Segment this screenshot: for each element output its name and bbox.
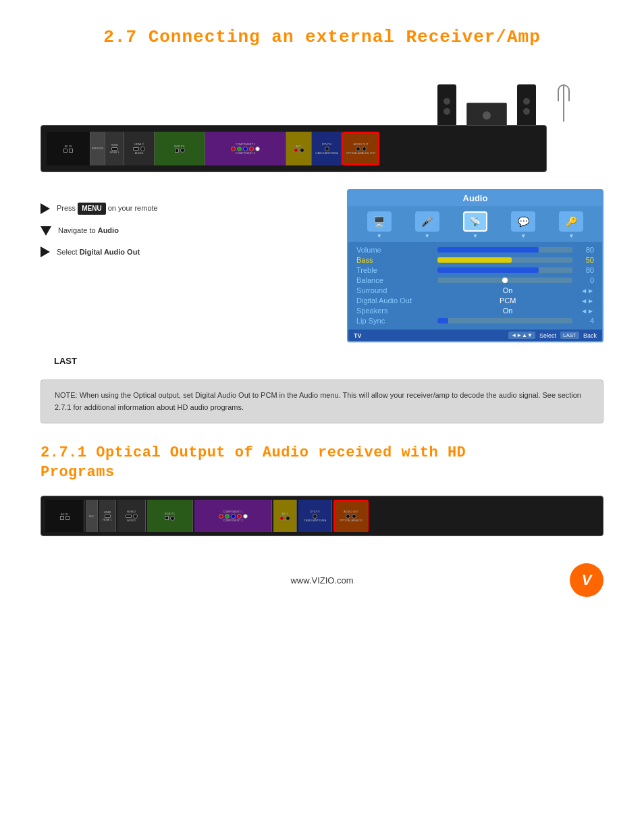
osd-icon-satellite-circle: 📡	[463, 211, 487, 232]
osd-bar-treble-fill	[437, 267, 539, 273]
osd-icon-tv: 🖥️ ▼	[367, 211, 392, 239]
osd-icon-mic-circle: 🎤	[415, 211, 439, 232]
osd-label-digital-audio: Digital Audio Out	[356, 296, 437, 305]
osd-icon-mic: 🎤 ▼	[415, 211, 439, 239]
arrow-right-icon-2	[41, 246, 50, 257]
step-1-text: Press MENU on your remote	[57, 203, 158, 215]
panel2-ac-in: AC IN	[45, 500, 84, 532]
osd-bar-bass-fill	[437, 257, 512, 263]
panel-hdmi1: HDMI HDMI 1	[105, 132, 124, 165]
osd-value-lip-sync: 4	[575, 317, 594, 325]
panel-hdmi2: HDMI 2 AUDIO	[124, 132, 155, 165]
osd-content: Volume 80 Bass 50 Treble	[348, 242, 602, 330]
osd-row-balance: Balance 0	[356, 276, 594, 284]
arrow-right-icon	[41, 203, 50, 214]
osd-icon-cc: 💬 ▼	[511, 211, 535, 239]
osd-icon-cc-arrow: ▼	[520, 233, 526, 239]
osd-label-surround: Surround	[356, 286, 437, 294]
osd-bar-bass	[437, 257, 572, 263]
subsection-title: 2.7.1 Optical Output of Audio received w…	[41, 444, 603, 482]
panel-component: COMPONENT 1 COMPONENT 2	[205, 132, 286, 165]
panel2-dtv: DTV/TV CABLE/ANTENNA	[298, 500, 332, 532]
osd-icon-mic-arrow: ▼	[425, 233, 430, 239]
osd-row-surround: Surround On ◄►	[356, 286, 594, 294]
panel-dtv-tv: DTV/TV CABLE/ANTENNA	[312, 132, 342, 165]
osd-value-bass: 50	[575, 256, 594, 264]
osd-footer-tv: TV	[354, 332, 362, 339]
osd-icons-row: 🖥️ ▼ 🎤 ▼ 📡 ▼ 💬 ▼ 🔑 ▼	[348, 206, 602, 242]
footer-url: www.VIZIO.com	[74, 575, 570, 585]
step-3: Select Digital Audio Out	[41, 246, 333, 257]
osd-footer: TV ◄►▲▼ Select LAST Back	[348, 330, 602, 341]
step-1: Press MENU on your remote	[41, 203, 333, 215]
subsection-title-text: 2.7.1 Optical Output of Audio received w…	[41, 444, 466, 481]
cable-icon	[563, 84, 564, 122]
arrow-down-icon	[41, 226, 51, 236]
osd-row-bass: Bass 50	[356, 256, 594, 264]
osd-row-lip-sync: Lip Sync 4	[356, 317, 594, 325]
osd-value-surround: On	[437, 286, 578, 294]
panel2-component: COMPONENT 1 COMPONENT 2	[194, 500, 272, 532]
amp-knob	[483, 111, 491, 120]
panel2-hdmi2: HDMI 2 AUDIO	[117, 500, 146, 532]
speaker-right	[517, 84, 536, 128]
osd-row-treble: Treble 80	[356, 266, 594, 274]
step-2: Navigate to Audio	[41, 226, 333, 236]
speaker-dot	[523, 98, 530, 105]
osd-label-treble: Treble	[356, 266, 437, 274]
osd-footer-controls: ◄►▲▼ Select LAST Back	[508, 332, 597, 339]
osd-select-label: Select	[539, 332, 556, 339]
panel2-hdmi1: HDMI HDMI 1	[99, 500, 116, 532]
osd-icon-cc-circle: 💬	[511, 211, 535, 232]
section-title: 2.7 Connecting an external Receiver/Amp	[41, 27, 603, 47]
osd-key-last: LAST	[560, 332, 579, 339]
osd-value-digital-audio: PCM	[437, 296, 578, 305]
panel2-service: SVC	[86, 500, 98, 532]
osd-icon-sat-arrow: ▼	[473, 233, 478, 239]
osd-row-volume: Volume 80	[356, 246, 594, 254]
speaker-left	[437, 84, 456, 128]
osd-title: Audio	[348, 190, 602, 206]
step-3-text: Select Digital Audio Out	[57, 247, 140, 257]
panel-sep1: SERVICE	[90, 132, 105, 165]
speaker-dot	[523, 108, 530, 115]
vizio-v-letter: V	[582, 571, 592, 589]
device-illustration	[41, 68, 603, 128]
osd-label-speakers: Speakers	[356, 307, 437, 315]
audio-osd-screen: Audio 🖥️ ▼ 🎤 ▼ 📡 ▼ 💬 ▼	[347, 189, 603, 342]
osd-bar-lip-sync-fill	[437, 318, 448, 323]
osd-value-speakers: On	[437, 307, 578, 315]
last-label: LAST	[54, 356, 603, 366]
osd-icon-settings: 🔑 ▼	[559, 211, 583, 239]
osd-icon-settings-circle: 🔑	[559, 211, 583, 232]
osd-value-treble: 80	[575, 266, 594, 274]
note-box: NOTE: When using the Optical output, set…	[41, 380, 603, 423]
osd-arrow-digital-audio: ◄►	[581, 297, 594, 305]
osd-value-balance: 0	[575, 276, 594, 284]
osd-icon-tv-circle: 🖥️	[367, 211, 392, 232]
osd-icon-satellite: 📡 ▼	[463, 211, 487, 239]
osd-area: Press MENU on your remote Navigate to Au…	[41, 189, 603, 342]
osd-row-speakers: Speakers On ◄►	[356, 307, 594, 315]
osd-bar-treble	[437, 267, 572, 273]
osd-row-digital-audio: Digital Audio Out PCM ◄►	[356, 296, 594, 305]
instructions-area: Press MENU on your remote Navigate to Au…	[41, 189, 333, 268]
osd-icon-tv-arrow: ▼	[377, 233, 382, 239]
panel2-av1: AV 1	[273, 500, 297, 532]
osd-icon-settings-arrow: ▼	[568, 233, 574, 239]
osd-value-volume: 80	[575, 246, 594, 254]
osd-label-balance: Balance	[356, 276, 437, 284]
panel-audio-out-highlighted: AUDIO OUT OPTICAL ANALOG OUT	[342, 132, 379, 165]
osd-back-label: Back	[583, 332, 597, 339]
osd-label-volume: Volume	[356, 246, 437, 254]
tv-back-panel-2: AC IN SVC HDMI HDMI 1 HDMI 2 AUDIO RGB P…	[41, 496, 603, 536]
speaker-dot	[444, 108, 450, 115]
page-footer: www.VIZIO.com V	[41, 556, 603, 597]
step-2-text: Navigate to Audio	[58, 226, 119, 236]
osd-label-lip-sync: Lip Sync	[356, 317, 437, 325]
panel-rgb-pc: RGB PC	[155, 132, 205, 165]
osd-arrow-surround: ◄►	[581, 287, 594, 294]
osd-label-bass: Bass	[356, 256, 437, 264]
osd-bar-balance	[437, 278, 572, 283]
panel2-audio-out-highlighted: AUDIO OUT OPTICAL ANALOG	[333, 500, 369, 532]
